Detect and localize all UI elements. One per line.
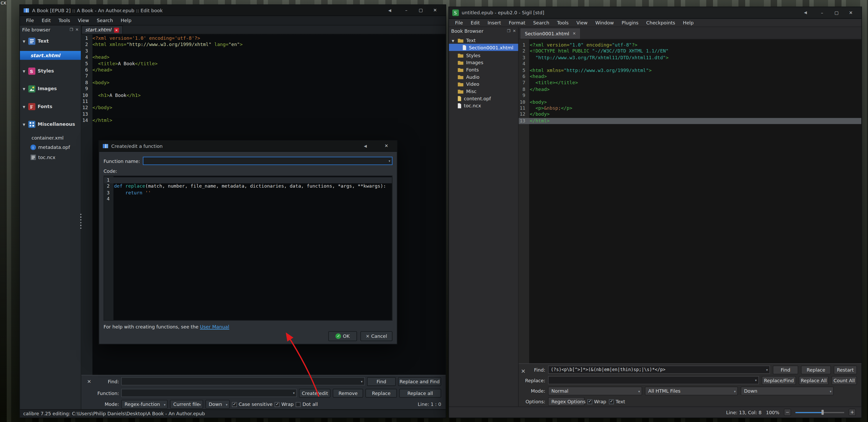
menu-format[interactable]: Format — [505, 19, 529, 27]
menu-insert[interactable]: Insert — [484, 19, 505, 27]
files-scope-dropdown[interactable]: All HTML Files ▾ — [645, 387, 738, 395]
sidebar-item-toc-ncx[interactable]: toc.ncx — [20, 153, 81, 161]
collapse-arrow-icon[interactable]: ▼ — [452, 38, 455, 43]
collapse-arrow-icon[interactable]: ▼ — [23, 122, 26, 126]
menu-checkpoints[interactable]: Checkpoints — [642, 19, 679, 27]
chevron-down-icon[interactable]: ▾ — [766, 368, 768, 372]
collapse-arrow-icon[interactable]: ▼ — [23, 39, 26, 43]
close-panel-icon[interactable]: ✕ — [513, 29, 516, 33]
collapse-arrow-icon[interactable]: ▼ — [23, 69, 26, 73]
menu-tools[interactable]: Tools — [55, 17, 74, 24]
zoom-out-button[interactable]: − — [784, 409, 791, 416]
minimize-icon[interactable]: – — [399, 5, 413, 15]
chevron-down-icon[interactable]: ▾ — [755, 378, 756, 382]
tab-close-icon[interactable]: ✕ — [572, 31, 576, 36]
close-icon[interactable]: ✕ — [379, 141, 393, 151]
tree-item-fonts[interactable]: Fonts — [449, 66, 518, 73]
mode-dropdown[interactable]: Regex-function ▾ — [121, 400, 168, 409]
remove-button[interactable]: Remove — [333, 389, 363, 397]
menu-edit[interactable]: Edit — [467, 19, 484, 27]
tree-item-misc[interactable]: Misc — [449, 88, 518, 95]
direction-dropdown[interactable]: Down ▾ — [741, 387, 834, 395]
function-input[interactable]: ▾ — [121, 389, 297, 397]
replace-button[interactable]: Replace — [366, 389, 397, 397]
zoom-slider[interactable] — [796, 409, 844, 415]
shade-icon[interactable]: ◀ — [358, 141, 372, 151]
find-button[interactable]: Find — [773, 365, 798, 374]
wrap-checkbox[interactable]: ✓ Wrap — [275, 402, 294, 407]
tab-start-xhtml[interactable]: start.xhtml ✕ — [81, 25, 123, 34]
float-panel-icon[interactable]: ❐ — [70, 27, 73, 32]
code-editor[interactable]: 1<?xml version="1.0" encoding="utf-8"?>2… — [519, 39, 862, 363]
menu-file[interactable]: File — [22, 17, 38, 24]
tree-item-section0001[interactable]: Section0001.xhtml — [449, 44, 518, 51]
minimize-icon[interactable]: – — [815, 8, 829, 18]
close-icon[interactable]: ✕ — [428, 5, 442, 15]
close-find-icon[interactable]: ✕ — [521, 368, 526, 374]
replace-find-button[interactable]: Replace/Find — [762, 376, 796, 385]
tree-item-audio[interactable]: Audio — [449, 74, 518, 80]
mode-dropdown[interactable]: Normal ▾ — [548, 387, 642, 395]
find-input[interactable]: (?s)<p\b[^>]*>(&(nb|em|en|thin)sp;|\s)*<… — [548, 366, 770, 374]
scope-dropdown[interactable]: Current file ▾ — [170, 400, 203, 409]
ok-button[interactable]: ✓ OK — [328, 331, 357, 341]
restart-button[interactable]: Restart — [834, 365, 857, 374]
menu-plugins[interactable]: Plugins — [618, 19, 642, 27]
shade-icon[interactable]: ◀ — [382, 5, 397, 15]
regex-options-dropdown[interactable]: Regex Options — [548, 397, 585, 406]
cancel-button[interactable]: ✕ Cancel — [361, 331, 393, 341]
count-all-button[interactable]: Count All — [831, 376, 857, 385]
tree-item-text[interactable]: ▼ Text — [449, 37, 518, 44]
slider-handle[interactable] — [821, 410, 824, 415]
tab-section0001[interactable]: Section0001.xhtml ✕ — [520, 28, 581, 39]
tab-close-icon[interactable]: ✕ — [114, 27, 119, 32]
sidebar-item-miscellaneous[interactable]: ▼ Miscellaneous — [20, 119, 81, 129]
menu-file[interactable]: File — [451, 19, 467, 27]
dialog-titlebar[interactable]: Create/edit a function ◀ ✕ — [99, 141, 397, 152]
sidebar-item-metadata-opf[interactable]: i metadata.opf — [20, 143, 81, 151]
replace-input[interactable]: ▾ — [548, 376, 759, 385]
chevron-down-icon[interactable]: ▾ — [361, 379, 363, 383]
user-manual-link[interactable]: User Manual — [200, 324, 229, 330]
tree-item-content-opf[interactable]: content.opf — [449, 95, 518, 102]
sidebar-item-styles[interactable]: ▼ S Styles — [20, 66, 81, 75]
chevron-down-icon[interactable]: ▾ — [293, 391, 294, 395]
sidebar-item-text[interactable]: ▼ Text — [20, 37, 81, 46]
menu-view[interactable]: View — [74, 17, 93, 24]
menu-search[interactable]: Search — [93, 17, 117, 24]
replace-all-button[interactable]: Replace All — [799, 376, 829, 385]
tree-item-toc-ncx[interactable]: toc.ncx — [449, 103, 518, 109]
sidebar-item-container-xml[interactable]: container.xml — [20, 134, 81, 142]
collapse-arrow-icon[interactable]: ▼ — [23, 87, 26, 91]
replace-button[interactable]: Replace — [801, 365, 831, 374]
collapse-arrow-icon[interactable]: ▼ — [23, 105, 26, 108]
find-button[interactable]: Find — [367, 377, 396, 386]
sigil-titlebar[interactable]: S untitled.epub - epub2.0 - Sigil [std] … — [449, 7, 861, 19]
chevron-down-icon[interactable]: ▾ — [389, 159, 390, 163]
menu-help[interactable]: Help — [117, 17, 135, 24]
close-icon[interactable]: ✕ — [844, 8, 858, 18]
dot-all-checkbox[interactable]: Dot all — [296, 402, 318, 407]
find-input[interactable]: ▾ — [121, 377, 365, 386]
tree-item-images[interactable]: Images — [449, 59, 518, 66]
direction-dropdown[interactable]: Down ▾ — [206, 400, 230, 409]
shade-icon[interactable]: ◀ — [798, 8, 812, 18]
replace-and-find-button[interactable]: Replace and Find — [398, 377, 441, 386]
menu-window[interactable]: Window — [591, 19, 618, 27]
case-sensitive-checkbox[interactable]: ✓ Case sensitive — [232, 402, 272, 407]
text-checkbox[interactable]: ✓ Text — [609, 399, 625, 404]
function-name-input[interactable]: ▾ — [143, 157, 393, 165]
wrap-checkbox[interactable]: ✓ Wrap — [587, 399, 606, 404]
menu-view[interactable]: View — [572, 19, 591, 27]
tree-item-styles[interactable]: Styles — [449, 52, 518, 59]
close-panel-icon[interactable]: ✕ — [75, 27, 79, 32]
zoom-in-button[interactable]: + — [848, 409, 856, 416]
float-panel-icon[interactable]: ❐ — [507, 29, 510, 33]
replace-all-button[interactable]: Replace all — [399, 389, 441, 397]
function-code-editor[interactable]: 12def replace(match, number, file_name, … — [103, 176, 393, 321]
maximize-icon[interactable]: ▢ — [829, 8, 844, 18]
tree-item-video[interactable]: Video — [449, 81, 518, 88]
menu-search[interactable]: Search — [529, 19, 553, 27]
menu-help[interactable]: Help — [679, 19, 698, 27]
sidebar-item-images[interactable]: ▼ Images — [20, 84, 81, 93]
